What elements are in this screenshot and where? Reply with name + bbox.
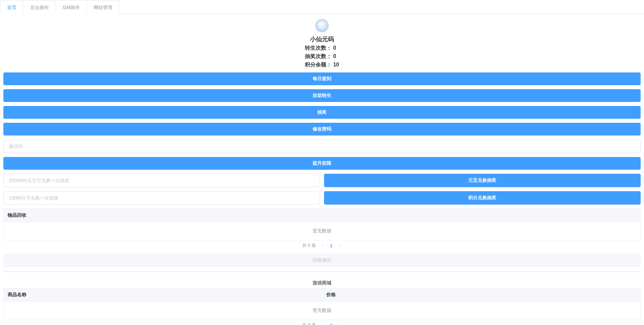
shop-pagination-page-1[interactable]: 1 <box>328 323 334 325</box>
stat-rebirth-value: 0 <box>333 45 339 51</box>
lottery-button[interactable]: 抽奖 <box>3 106 641 119</box>
daily-checkin-button[interactable]: 每日签到 <box>3 72 641 85</box>
avatar <box>315 19 329 32</box>
shop-col-price: 价格 <box>322 288 641 301</box>
recycle-item-button: 回收物品 <box>3 254 641 267</box>
shop-table-head: 商品名称 价格 <box>3 288 641 302</box>
item-recycle-header: 物品回收 <box>4 209 640 222</box>
shop-col-name: 商品名称 <box>4 288 322 301</box>
stat-points-value: 10 <box>333 62 339 68</box>
tabs: 首页 后台操作 GM操作 网站管理 <box>0 0 644 14</box>
pagination-total-count: 0 <box>308 243 310 248</box>
yuanbao-exchange-input[interactable] <box>3 174 320 187</box>
shop-pagination-next-icon[interactable]: › <box>338 323 342 325</box>
shop-pagination: 共 0 条 ‹ 1 › <box>3 320 641 325</box>
pagination-total-prefix: 共 <box>302 243 307 248</box>
tab-gm-ops[interactable]: GM操作 <box>56 0 87 14</box>
stat-lottery-value: 0 <box>333 53 339 59</box>
stat-points-label: 积分余额： <box>305 62 332 67</box>
stat-lottery: 抽奖次数： 0 <box>3 53 641 60</box>
activation-code-input[interactable] <box>3 140 641 153</box>
shop-title: 游戏商城 <box>3 277 641 288</box>
tab-site-admin[interactable]: 网站管理 <box>87 0 119 14</box>
self-rebirth-button[interactable]: 自助转生 <box>3 89 641 102</box>
tab-home[interactable]: 首页 <box>0 0 23 14</box>
shop-pagination-total-count: 0 <box>308 322 310 325</box>
pagination-page-1[interactable]: 1 <box>328 243 334 248</box>
username: 小仙元码 <box>3 35 641 43</box>
upgrade-privilege-button[interactable]: 提升权限 <box>3 157 641 170</box>
yuanbao-exchange-button[interactable]: 元宝兑换抽奖 <box>324 174 641 187</box>
separator <box>3 271 641 272</box>
item-recycle-pagination: 共 0 条 ‹ 1 › <box>3 240 641 250</box>
item-recycle-panel: 物品回收 暂无数据 <box>3 209 641 240</box>
shop-pagination-total-prefix: 共 <box>302 322 307 325</box>
shop-pagination-prev-icon[interactable]: ‹ <box>321 323 325 325</box>
stat-points: 积分余额： 10 <box>3 61 641 68</box>
change-password-button[interactable]: 修改密码 <box>3 123 641 136</box>
item-recycle-empty: 暂无数据 <box>4 222 640 240</box>
stat-rebirth-label: 转生次数： <box>305 45 332 51</box>
shop-pagination-total-suffix: 条 <box>312 322 316 325</box>
pagination-total-suffix: 条 <box>312 243 316 248</box>
pagination-total: 共 0 条 <box>302 242 316 249</box>
profile-block: 小仙元码 转生次数： 0 抽奖次数： 0 积分余额： 10 <box>3 19 641 68</box>
stat-rebirth: 转生次数： 0 <box>3 45 641 52</box>
stat-lottery-label: 抽奖次数： <box>305 53 332 59</box>
shop-empty: 暂无数据 <box>3 302 641 320</box>
points-exchange-input[interactable] <box>3 191 320 205</box>
shop-pagination-total: 共 0 条 <box>302 322 316 325</box>
pagination-prev-icon[interactable]: ‹ <box>321 243 325 248</box>
pagination-next-icon[interactable]: › <box>338 243 342 248</box>
tab-backend-ops[interactable]: 后台操作 <box>23 0 56 14</box>
points-exchange-button[interactable]: 积分兑换抽奖 <box>324 191 641 205</box>
